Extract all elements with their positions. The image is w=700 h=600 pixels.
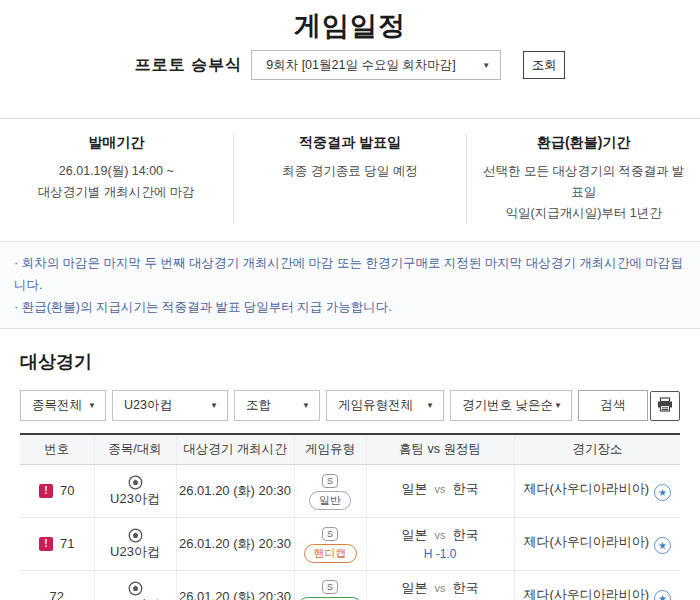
chevron-down-icon: ▼ (302, 401, 310, 410)
venue-name: 제다(사우디아라비아) (523, 534, 649, 549)
datetime-cell: 26.01.20 (화) 20:30 (176, 570, 294, 600)
alert-icon: ! (39, 537, 53, 551)
proto-label: 프로토 승부식 (135, 55, 242, 76)
round-select-value: 9회차 [01월21일 수요일 회차마감] (266, 57, 456, 74)
round-info-cards: 발매기간 26.01.19(월) 14:00 ~ 대상경기별 개최시간에 마감 … (0, 118, 700, 241)
league-name: U23아컵 (95, 544, 176, 560)
single-game-icon: S (322, 527, 338, 541)
home-team: 일본 (402, 481, 428, 496)
game-number: 72 (50, 589, 64, 600)
col-header-league: 종목/대회 (94, 434, 176, 464)
filter-select-value: 종목전체 (32, 397, 82, 414)
gametype-pill: 핸디캡 (304, 544, 357, 563)
soccer-ball-icon (95, 475, 176, 490)
alert-icon: ! (39, 484, 53, 498)
info-card-title: 환급(환불)기간 (477, 134, 690, 152)
table-header-row: 번호 종목/대회 대상경기 개최시간 게임유형 홈팀 vs 원정팀 경기장소 (20, 434, 680, 464)
chevron-down-icon: ▼ (554, 401, 562, 410)
venue-cell: 제다(사우디아라비아)★ (514, 464, 680, 517)
section-title-target-games: 대상경기 (20, 350, 680, 374)
search-button[interactable]: 검색 (578, 390, 648, 421)
col-header-datetime: 대상경기 개최시간 (176, 434, 294, 464)
gametype-pill: 일반 (309, 491, 351, 510)
filter-gametype-select[interactable]: 게임유형전체 ▼ (326, 390, 444, 421)
page-title: 게임일정 (0, 8, 700, 44)
filter-select-value: 조합 (246, 397, 271, 414)
venue-name: 제다(사우디아라비아) (523, 481, 649, 496)
soccer-ball-icon (95, 528, 176, 543)
star-icon[interactable]: ★ (654, 590, 671, 600)
soccer-ball-icon (95, 581, 176, 596)
filter-sport-select[interactable]: 종목전체 ▼ (20, 390, 106, 421)
col-header-teams: 홈팀 vs 원정팀 (366, 434, 514, 464)
venue-cell: 제다(사우디아라비아)★ (514, 570, 680, 600)
game-number: 71 (60, 536, 74, 551)
away-team: 한국 (453, 580, 479, 595)
home-team: 일본 (402, 580, 428, 595)
league-name: U23아컵 (95, 491, 176, 507)
info-card-line: 26.01.19(월) 14:00 ~ (10, 161, 223, 182)
round-select[interactable]: 9회차 [01월21일 수요일 회차마감] ▼ (251, 50, 501, 80)
single-game-icon: S (322, 580, 338, 594)
venue-name: 제다(사우디아라비아) (523, 587, 649, 600)
gametype-cell: S 언더오버 (294, 570, 366, 600)
info-card-title: 발매기간 (10, 134, 223, 152)
home-team: 일본 (402, 527, 428, 542)
query-button[interactable]: 조회 (523, 51, 565, 79)
gametype-pill: 언더오버 (298, 597, 362, 600)
filter-sort-select[interactable]: 경기번호 낮은순 ▼ (450, 390, 572, 421)
filter-select-value: 게임유형전체 (338, 397, 413, 414)
filter-league-select[interactable]: U23아컵 ▼ (112, 390, 228, 421)
notice-line: · 회차의 마감은 마지막 두 번째 대상경기 개최시간에 마감 또는 한경기구… (14, 252, 686, 296)
single-game-icon: S (322, 474, 338, 488)
datetime-cell: 26.01.20 (화) 20:30 (176, 464, 294, 517)
printer-icon (657, 397, 673, 415)
info-card-title: 적중결과 발표일 (244, 134, 457, 152)
venue-cell: 제다(사우디아라비아)★ (514, 517, 680, 570)
star-icon[interactable]: ★ (654, 484, 671, 501)
chevron-down-icon: ▼ (426, 401, 434, 410)
info-card-result-date: 적중결과 발표일 최종 경기종료 당일 예정 (233, 134, 467, 224)
chevron-down-icon: ▼ (210, 401, 218, 410)
notice-line: · 환급(환불)의 지급시기는 적중결과 발표 당일부터 지급 가능합니다. (14, 296, 686, 318)
table-row: !72 U23아컵 26.01.20 (화) 20:30 S 언더오버 일본vs… (20, 570, 680, 600)
vs-label: vs (435, 582, 446, 594)
print-button[interactable] (650, 391, 680, 421)
vs-label: vs (435, 529, 446, 541)
away-team: 한국 (453, 481, 479, 496)
teams-cell: 일본vs한국 H -1.0 (366, 517, 514, 570)
filter-select-value: 경기번호 낮은순 (462, 397, 553, 414)
info-card-line: 선택한 모든 대상경기의 적중결과 발표일 (477, 161, 690, 203)
game-number-cell: !70 (20, 464, 94, 517)
league-cell: U23아컵 (94, 464, 176, 517)
game-number-cell: !72 (20, 570, 94, 600)
col-header-gametype: 게임유형 (294, 434, 366, 464)
league-cell: U23아컵 (94, 517, 176, 570)
games-table: 번호 종목/대회 대상경기 개최시간 게임유형 홈팀 vs 원정팀 경기장소 !… (20, 433, 680, 600)
game-number: 70 (60, 483, 74, 498)
col-header-number: 번호 (20, 434, 94, 464)
gametype-cell: S 일반 (294, 464, 366, 517)
game-number-cell: !71 (20, 517, 94, 570)
league-name: U23아컵 (95, 597, 176, 600)
star-icon[interactable]: ★ (654, 537, 671, 554)
handicap-line: H -1.0 (367, 547, 514, 561)
vs-label: vs (435, 483, 446, 495)
datetime-cell: 26.01.20 (화) 20:30 (176, 517, 294, 570)
teams-cell: 일본vs한국 U/O 2.5 (366, 570, 514, 600)
info-card-line: 대상경기별 개최시간에 마감 (10, 182, 223, 203)
info-card-line: 최종 경기종료 당일 예정 (244, 161, 457, 182)
filter-select-value: U23아컵 (124, 397, 172, 414)
filter-combo-select[interactable]: 조합 ▼ (234, 390, 320, 421)
filter-row: 종목전체 ▼ U23아컵 ▼ 조합 ▼ 게임유형전체 ▼ 경기번호 낮은순 ▼ … (20, 390, 680, 421)
chevron-down-icon: ▼ (482, 61, 490, 70)
notice-box: · 회차의 마감은 마지막 두 번째 대상경기 개최시간에 마감 또는 한경기구… (0, 241, 700, 329)
teams-cell: 일본vs한국 (366, 464, 514, 517)
league-cell: U23아컵 (94, 570, 176, 600)
away-team: 한국 (453, 527, 479, 542)
chevron-down-icon: ▼ (88, 401, 96, 410)
info-card-refund-period: 환급(환불)기간 선택한 모든 대상경기의 적중결과 발표일 익일(지급개시일)… (466, 134, 700, 224)
table-row: !71 U23아컵 26.01.20 (화) 20:30 S 핸디캡 일본vs한… (20, 517, 680, 570)
table-row: !70 U23아컵 26.01.20 (화) 20:30 S 일반 일본vs한국… (20, 464, 680, 517)
round-selector-row: 프로토 승부식 9회차 [01월21일 수요일 회차마감] ▼ 조회 (0, 50, 700, 80)
